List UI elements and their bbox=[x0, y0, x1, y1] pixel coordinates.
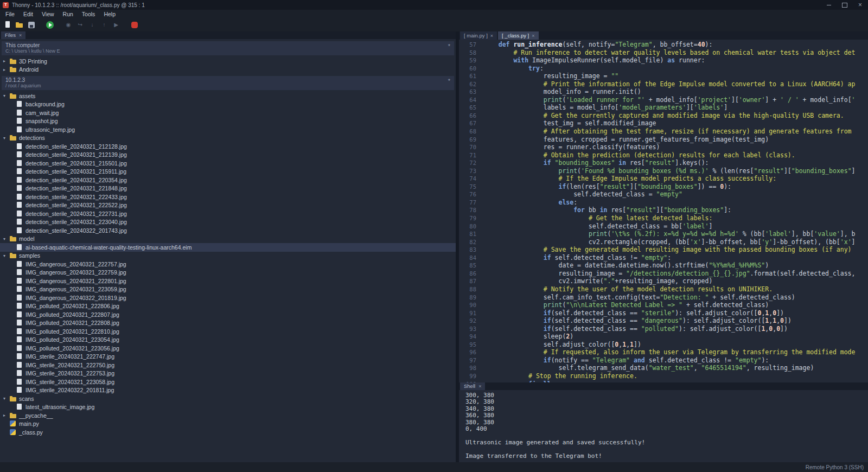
tree-item[interactable]: IMG_dangerous_20240321_222801.jpg bbox=[0, 277, 456, 285]
step-over-button[interactable]: ↪ bbox=[75, 20, 86, 30]
code-line[interactable]: 86 resulting_image = "/detections/detect… bbox=[459, 270, 868, 278]
code-line[interactable]: 76 self.detected_class = "empty" bbox=[459, 190, 868, 199]
code-line[interactable]: 90 print("\n\nLatest Detected Label => "… bbox=[459, 301, 868, 309]
menu-item-edit[interactable]: Edit bbox=[19, 11, 37, 17]
code-line[interactable]: 74 # If the Edge Impulse model predicts … bbox=[459, 175, 868, 183]
code-line[interactable]: 73 print('Found %d bounding boxes (%d ms… bbox=[459, 167, 868, 175]
tree-item[interactable]: detection_sterile_20240321_223040.jpg bbox=[0, 218, 456, 227]
section-menu-icon[interactable]: * bbox=[448, 78, 450, 84]
open-file-button[interactable] bbox=[14, 20, 25, 30]
tree-item[interactable]: ▾assets bbox=[0, 92, 456, 100]
interpreter-status[interactable]: Remote Python 3 (SSH) bbox=[806, 464, 864, 470]
expander-icon[interactable]: ▾ bbox=[3, 237, 10, 241]
code-line[interactable]: 99 # Stop the running inference. bbox=[459, 372, 868, 380]
tree-item[interactable]: IMG_sterile_20240321_222750.jpg bbox=[0, 361, 456, 369]
tree-item[interactable]: IMG_sterile_20240321_223058.jpg bbox=[0, 378, 456, 386]
code-line[interactable]: 84 if self.detected_class != "empty": bbox=[459, 254, 868, 262]
code-line[interactable]: 80 self.detected_class = bb['label'] bbox=[459, 222, 868, 231]
tree-item[interactable]: main.py bbox=[0, 420, 456, 429]
tree-item[interactable]: detection_sterile_20240322_201743.jpg bbox=[0, 226, 456, 235]
code-line[interactable]: 98 self.telegram_send_data("water_test",… bbox=[459, 364, 868, 372]
tab-close-icon[interactable]: × bbox=[490, 33, 493, 39]
tree-item[interactable]: IMG_dangerous_20240321_222759.jpg bbox=[0, 269, 456, 277]
tree-item[interactable]: detection_sterile_20240321_215501.jpg bbox=[0, 159, 456, 168]
step-into-button[interactable]: ↓ bbox=[87, 20, 98, 30]
menu-item-tools[interactable]: Tools bbox=[78, 11, 100, 17]
menu-item-view[interactable]: View bbox=[37, 11, 59, 17]
code-line[interactable]: 82 cv2.rectangle(cropped, (bb['x']-bb_of… bbox=[459, 238, 868, 246]
code-line[interactable]: 62 # Print the information of the Edge I… bbox=[459, 80, 868, 88]
code-line[interactable]: 70 res = runner.classify(features) bbox=[459, 143, 868, 151]
expander-icon[interactable]: ▾ bbox=[3, 93, 10, 98]
maximize-button[interactable] bbox=[837, 0, 852, 10]
code-area[interactable]: 57 def run_inference(self, notify="Teleg… bbox=[459, 40, 868, 384]
code-line[interactable]: 97 if(notify == "Telegram" and self.dete… bbox=[459, 356, 868, 365]
expander-icon[interactable]: ▾ bbox=[3, 253, 10, 258]
code-line[interactable]: 71 # Obtain the prediction (detection) r… bbox=[459, 151, 868, 160]
tree-item[interactable]: ▾detections bbox=[0, 134, 456, 143]
menu-item-run[interactable]: Run bbox=[59, 11, 78, 17]
code-line[interactable]: 75 if(len(res["result"]["bounding_boxes"… bbox=[459, 183, 868, 191]
shell-tab-close-icon[interactable]: × bbox=[478, 384, 481, 389]
shell-tab[interactable]: Shell × bbox=[460, 382, 485, 390]
menu-item-help[interactable]: Help bbox=[99, 11, 120, 17]
code-line[interactable]: 92 if(self.detected_class == "dangerous"… bbox=[459, 317, 868, 325]
menu-item-file[interactable]: File bbox=[1, 11, 19, 17]
code-line[interactable]: 64 print('Loaded runner for "' + model_i… bbox=[459, 96, 868, 104]
code-line[interactable]: 88 # Notify the user of the model detect… bbox=[459, 285, 868, 294]
step-out-button[interactable]: ↑ bbox=[99, 20, 110, 30]
tree-item[interactable]: detection_sterile_20240321_222731.jpg bbox=[0, 209, 456, 218]
expander-icon[interactable]: ▸ bbox=[3, 413, 10, 418]
tree-item[interactable]: _class.py bbox=[0, 428, 456, 437]
code-line[interactable]: 59 with ImageImpulseRunner(self.model_fi… bbox=[459, 56, 868, 65]
tree-item[interactable]: detection_sterile_20240321_212139.jpg bbox=[0, 151, 456, 160]
tree-item[interactable]: ▾samples bbox=[0, 252, 456, 260]
code-line[interactable]: 93 if(self.detected_class == "polluted")… bbox=[459, 325, 868, 333]
tree-item[interactable]: ▸Android bbox=[0, 66, 456, 74]
code-line[interactable]: 95 self.adjust_color([0,1,1]) bbox=[459, 341, 868, 349]
tree-item[interactable]: ▸__pycache__ bbox=[0, 411, 456, 420]
tree-item[interactable]: snapshot.jpg bbox=[0, 117, 456, 126]
code-line[interactable]: 57 def run_inference(self, notify="Teleg… bbox=[459, 41, 868, 49]
code-line[interactable]: 85 date = datetime.datetime.now().strfti… bbox=[459, 261, 868, 270]
tree-item[interactable]: background.jpg bbox=[0, 100, 456, 109]
new-file-button[interactable] bbox=[2, 20, 13, 30]
files-tab[interactable]: Files × bbox=[1, 31, 25, 39]
editor-tab[interactable]: [ main.py ]× bbox=[460, 31, 497, 40]
code-line[interactable]: 72 if "bounding_boxes" in res["result"].… bbox=[459, 159, 868, 167]
code-line[interactable]: 60 try: bbox=[459, 65, 868, 73]
section-menu-icon[interactable]: * bbox=[448, 43, 450, 49]
tree-item[interactable]: ▾scans bbox=[0, 394, 456, 403]
tree-item[interactable]: detection_sterile_20240321_222433.jpg bbox=[0, 193, 456, 201]
shell-output[interactable]: 300, 380320, 380340, 380360, 380380, 380… bbox=[459, 390, 868, 462]
code-line[interactable]: 69 features, cropped = runner.get_featur… bbox=[459, 136, 868, 144]
tree-item[interactable]: detection_sterile_20240321_212128.jpg bbox=[0, 142, 456, 151]
tree-item[interactable]: ai-based-aquatic-chemical-water-quality-… bbox=[0, 243, 456, 252]
expander-icon[interactable]: ▾ bbox=[3, 396, 10, 401]
code-line[interactable]: 91 if(self.detected_class == "sterile"):… bbox=[459, 309, 868, 317]
tree-item[interactable]: IMG_dangerous_20240321_223059.jpg bbox=[0, 285, 456, 294]
code-line[interactable]: 94 sleep(2) bbox=[459, 333, 868, 341]
tree-item[interactable]: detection_sterile_20240321_215911.jpg bbox=[0, 168, 456, 176]
code-line[interactable]: 65 labels = model_info['model_parameters… bbox=[459, 104, 868, 112]
debug-script-button[interactable]: ◉ bbox=[63, 20, 74, 30]
code-line[interactable]: 79 # Get the latest detected labels: bbox=[459, 214, 868, 222]
tree-item[interactable]: IMG_polluted_20240321_222810.jpg bbox=[0, 327, 456, 336]
tree-item[interactable]: IMG_polluted_20240321_222808.jpg bbox=[0, 319, 456, 328]
resume-button[interactable]: ▶ bbox=[111, 20, 122, 30]
tree-item[interactable]: IMG_polluted_20240321_223054.jpg bbox=[0, 336, 456, 345]
code-line[interactable]: 96 # If requested, also inform the user … bbox=[459, 348, 868, 356]
stop-button[interactable] bbox=[129, 20, 140, 30]
tree-item[interactable]: ▸3D Printing bbox=[0, 57, 456, 66]
code-line[interactable]: 67 test_img = self.modified_image bbox=[459, 119, 868, 127]
tree-item[interactable]: IMG_dangerous_20240321_222757.jpg bbox=[0, 260, 456, 269]
tree-item[interactable]: detection_sterile_20240321_222522.jpg bbox=[0, 201, 456, 210]
code-line[interactable]: 81 print('\t%s (%.2f): x=%d y=%d w=%d h=… bbox=[459, 230, 868, 238]
tree-item[interactable]: ultrasonic_temp.jpg bbox=[0, 125, 456, 134]
tree-item[interactable]: IMG_dangerous_20240322_201819.jpg bbox=[0, 294, 456, 302]
tree-item[interactable]: ▾model bbox=[0, 235, 456, 244]
tree-item[interactable]: IMG_sterile_20240321_222753.jpg bbox=[0, 369, 456, 378]
tree-item[interactable]: IMG_polluted_20240321_223056.jpg bbox=[0, 344, 456, 353]
tree-item[interactable]: IMG_sterile_20240321_222747.jpg bbox=[0, 353, 456, 361]
code-line[interactable]: 66 # Get the currently captured and modi… bbox=[459, 112, 868, 120]
